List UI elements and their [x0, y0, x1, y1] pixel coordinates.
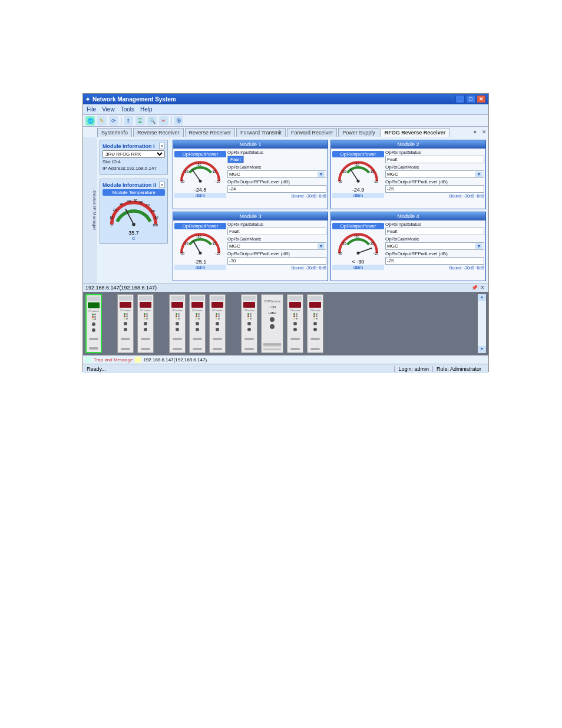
vendor-logo-icon	[289, 296, 302, 301]
rf-pad-value[interactable]: -30	[227, 257, 326, 265]
display-icon	[171, 302, 183, 308]
maximize-button[interactable]: □	[466, 95, 475, 103]
input-power-unit: dBm	[174, 193, 226, 198]
rf-pad-value[interactable]: -25	[385, 257, 484, 265]
tab-forward-receiver[interactable]: Forward Receiver	[287, 128, 337, 137]
port-slot-icon	[173, 348, 182, 350]
device-select[interactable]: 3RU RFOG RRX	[103, 150, 165, 158]
svg-point-14	[199, 180, 201, 183]
vendor-logo-icon	[211, 296, 224, 301]
device-card[interactable]: OTxxxxxx	[287, 294, 303, 353]
gain-mode-select[interactable]: MGC▾	[385, 170, 484, 178]
scroll-up-icon[interactable]: ▴	[478, 294, 486, 301]
strip-pin-icon[interactable]: 📌	[471, 285, 478, 291]
status-login: Login: admin	[394, 366, 432, 372]
gain-mode-select[interactable]: MGC▾	[227, 242, 326, 250]
device-if-manager-handle[interactable]: Device IF Manager	[83, 137, 97, 284]
module-panel: Module 4 OpRxInputPower -30 -25 -20 -15 …	[330, 212, 486, 281]
display-icon	[120, 302, 131, 308]
menu-file[interactable]: File	[87, 106, 96, 113]
gain-mode-select[interactable]: MGC▾	[227, 170, 326, 178]
strip-close-icon[interactable]: ✕	[479, 285, 486, 291]
tab-power-supply[interactable]: Power Supply	[338, 128, 379, 137]
device-card[interactable]: OTxxxxxx	[307, 294, 323, 353]
tab-reverse-receiver-1[interactable]: Reverse Receiver	[133, 128, 184, 137]
device-card[interactable]: OTxxxxxx	[117, 294, 134, 353]
device-card[interactable]: OTxxxxxx	[85, 294, 102, 353]
svg-point-1	[132, 223, 135, 226]
cut-icon[interactable]: ✂	[159, 116, 168, 126]
gain-mode-select[interactable]: MGC▾	[385, 242, 484, 250]
port-slot-icon	[290, 338, 300, 340]
gain-mode-label: OpRxGainMode	[385, 164, 484, 170]
trap-icon	[85, 357, 91, 363]
module-info-2-panel: Module Information II« Module Temperatur…	[100, 179, 168, 244]
input-status-value: Fault	[227, 156, 244, 163]
menu-tools[interactable]: Tools	[121, 106, 134, 113]
svg-text:0: 0	[111, 223, 113, 227]
strip-scrollbar[interactable]: ▴ ▾	[478, 294, 486, 353]
input-power-gauge: -30 -25 -20 -15 -10	[333, 159, 383, 187]
device-card[interactable]: OTxxxxxx	[209, 294, 226, 353]
svg-text:-20: -20	[196, 163, 201, 166]
svg-line-27	[193, 240, 200, 253]
plug-icon	[270, 317, 275, 322]
svg-text:90: 90	[154, 216, 158, 219]
module-panel: Module 1 OpRxInputPower -30 -25 -20 -15 …	[173, 140, 328, 209]
module-temperature-label: Module Temperature	[103, 189, 165, 196]
svg-text:-10: -10	[373, 252, 378, 255]
tab-dropdown-icon[interactable]: ▾	[471, 129, 479, 135]
scroll-down-icon[interactable]: ▾	[478, 346, 486, 353]
nav-up-icon[interactable]: ⇑	[124, 116, 133, 126]
svg-text:-15: -15	[369, 242, 374, 245]
menu-view[interactable]: View	[102, 106, 115, 113]
rf-pad-value[interactable]: -25	[385, 185, 484, 193]
collapse-icon[interactable]: «	[159, 182, 165, 188]
svg-text:-25: -25	[341, 170, 346, 173]
search-icon[interactable]: 🔍	[147, 116, 157, 126]
minimize-button[interactable]: _	[455, 95, 465, 103]
tab-systeminfo[interactable]: SystemInfo	[97, 128, 132, 137]
display-icon	[191, 302, 203, 308]
close-button[interactable]: ✕	[477, 95, 486, 103]
strip-header: 192.168.6.147(192.168.6.147) 📌✕	[83, 284, 488, 292]
tab-rfog-reverse-receiver[interactable]: RFOG Reverse Receiver	[381, 128, 450, 137]
ip-icon	[135, 357, 141, 363]
knob-icon	[144, 328, 147, 331]
rf-pad-bound: Bound: -30dB~0dB	[385, 194, 484, 198]
titlebar: ✦ Network Management System _ □ ✕	[83, 94, 488, 104]
device-card[interactable]: OTxxxxxx	[169, 294, 186, 353]
svg-text:-20: -20	[354, 235, 359, 238]
input-power-value: -24.8	[174, 187, 226, 193]
port-slot-icon	[244, 348, 254, 350]
stop-icon[interactable]: ⦿	[174, 116, 183, 126]
status-bar: Ready... Login: admin Role: Administrato…	[83, 364, 488, 373]
svg-text:-25: -25	[183, 170, 189, 173]
tab-forward-transmit[interactable]: Forward Transmit	[236, 128, 286, 137]
svg-text:-30: -30	[338, 252, 343, 255]
power-supply-card[interactable]: OTPSxxxxxx○ ON○ MAJ	[261, 294, 283, 353]
module-info-1-title: Module Information I	[103, 143, 155, 149]
tab-close-icon[interactable]: ✕	[480, 129, 488, 135]
module-panel: Module 3 OpRxInputPower -30 -25 -20 -15 …	[173, 212, 328, 281]
knob-icon	[176, 322, 179, 325]
refresh-icon[interactable]: ⟳	[109, 116, 118, 126]
rf-pad-bound: Bound: -30dB~0dB	[227, 194, 326, 198]
wand-icon[interactable]: ✎	[97, 116, 107, 126]
device-card[interactable]: OTxxxxxx	[241, 294, 257, 353]
vendor-logo-icon	[139, 296, 152, 301]
device-card[interactable]: OTxxxxxx	[189, 294, 206, 353]
svg-line-13	[192, 169, 200, 182]
trap-message-label: Trap and Message	[94, 357, 133, 363]
device-card[interactable]: OTxxxxxx	[137, 294, 154, 353]
rf-pad-value[interactable]: -24	[227, 185, 326, 193]
globe-icon[interactable]: 🌐	[85, 116, 95, 126]
nav-list-icon[interactable]: ≣	[135, 116, 145, 126]
input-power-value: < -30	[332, 259, 384, 265]
tab-reverse-receiver-2[interactable]: Reverse Receiver	[185, 128, 236, 137]
knob-icon	[216, 322, 219, 325]
menu-help[interactable]: Help	[140, 106, 153, 113]
knob-icon	[196, 328, 199, 331]
collapse-icon[interactable]: «	[159, 143, 165, 149]
svg-text:-30: -30	[180, 180, 185, 183]
